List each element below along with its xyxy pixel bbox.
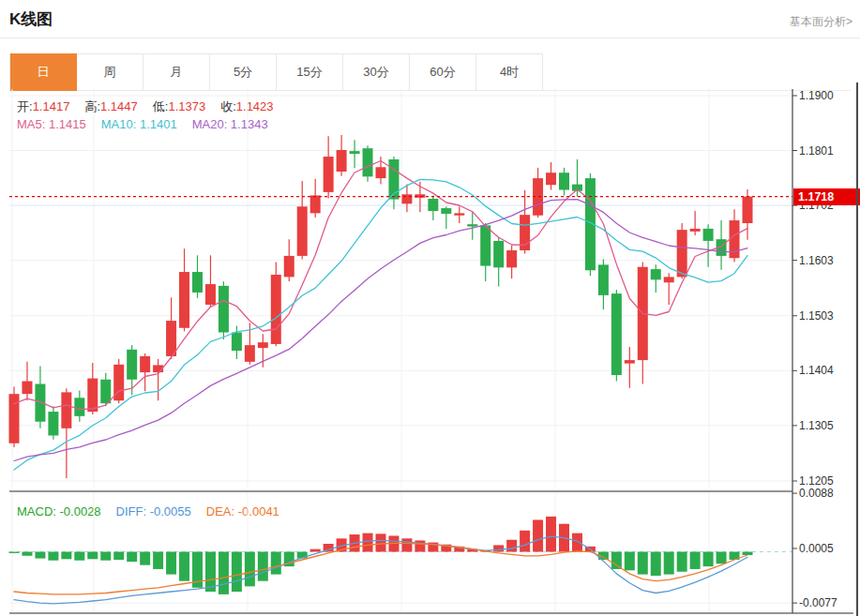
candle bbox=[74, 398, 84, 416]
macd-bar bbox=[219, 552, 229, 594]
price-tick-label: 1.1305 bbox=[799, 419, 834, 432]
candle bbox=[284, 256, 294, 277]
candle bbox=[703, 229, 714, 241]
macd-bar bbox=[638, 552, 648, 575]
price-tick-label: 1.1900 bbox=[799, 89, 834, 102]
candles-layer bbox=[9, 135, 753, 478]
macd-bar bbox=[258, 552, 268, 581]
candle bbox=[100, 380, 111, 403]
macd-bar bbox=[664, 552, 674, 575]
candle bbox=[467, 224, 477, 226]
macd-bar bbox=[703, 552, 714, 567]
candle bbox=[310, 195, 321, 213]
macd-bar bbox=[520, 531, 530, 552]
ma5-line bbox=[14, 161, 747, 410]
candle bbox=[9, 394, 20, 443]
candle bbox=[87, 379, 98, 412]
candle bbox=[205, 284, 216, 305]
macd-tick-label: 0.0005 bbox=[799, 542, 834, 555]
candle bbox=[297, 206, 308, 256]
candle bbox=[192, 272, 203, 293]
macd-bar bbox=[179, 552, 189, 581]
candle bbox=[441, 208, 451, 214]
current-price-badge: 1.1718 bbox=[793, 188, 860, 205]
candle bbox=[743, 197, 753, 223]
macd-bar bbox=[153, 552, 163, 569]
candle bbox=[730, 220, 740, 258]
macd-bar bbox=[245, 552, 255, 587]
macd-bar bbox=[651, 552, 661, 577]
macd-bar bbox=[533, 519, 543, 551]
candle bbox=[363, 148, 373, 176]
price-tick-label: 1.1801 bbox=[799, 144, 834, 158]
macd-bar bbox=[506, 540, 517, 552]
candle bbox=[546, 173, 556, 185]
macd-bar bbox=[140, 552, 150, 565]
price-tick-label: 1.1503 bbox=[799, 309, 834, 323]
candle bbox=[677, 230, 687, 277]
kline-page: K线图 基本面分析> 日周月5分15分30分60分4时 开:1.1417高:1.… bbox=[0, 0, 860, 616]
macd-bar bbox=[717, 552, 727, 564]
macd-bar bbox=[415, 540, 425, 551]
macd-bar bbox=[572, 533, 582, 552]
candle bbox=[376, 167, 386, 178]
candle bbox=[598, 264, 609, 295]
macd-tick-label: -0.0077 bbox=[799, 596, 837, 609]
macd-bar bbox=[493, 545, 504, 551]
candle bbox=[166, 321, 176, 356]
candle bbox=[127, 350, 137, 380]
candle bbox=[651, 269, 661, 279]
macd-bar bbox=[376, 533, 386, 551]
ma10-line bbox=[14, 179, 747, 470]
macd-bar bbox=[611, 552, 622, 569]
macd-bar bbox=[232, 552, 242, 593]
price-tick-label: 1.1603 bbox=[799, 254, 834, 267]
macd-bar bbox=[74, 552, 84, 561]
candle bbox=[271, 275, 281, 344]
macd-tick-label: 0.0088 bbox=[799, 487, 834, 500]
macd-bar bbox=[61, 552, 71, 560]
candle bbox=[690, 229, 701, 232]
candle bbox=[48, 412, 58, 435]
candle bbox=[245, 345, 255, 362]
candle bbox=[611, 293, 622, 375]
candle bbox=[232, 333, 242, 352]
candle bbox=[664, 277, 674, 282]
macd-bar bbox=[113, 552, 124, 561]
macd-bar bbox=[48, 552, 58, 561]
macd-bar bbox=[127, 552, 137, 563]
candle bbox=[625, 360, 635, 364]
candle bbox=[428, 199, 438, 211]
candle bbox=[350, 151, 360, 154]
candle bbox=[140, 356, 150, 372]
candle bbox=[454, 213, 464, 215]
macd-bar bbox=[625, 552, 635, 571]
candle bbox=[493, 241, 504, 267]
macd-bar bbox=[22, 552, 32, 556]
macd-bar bbox=[363, 533, 373, 552]
candle bbox=[179, 272, 189, 328]
ma20-line bbox=[14, 200, 747, 461]
macd-bar bbox=[271, 552, 281, 575]
price-tick-label: 1.1205 bbox=[799, 474, 834, 488]
candle bbox=[61, 392, 71, 428]
candle bbox=[337, 150, 347, 172]
candlestick-chart-canvas[interactable]: 1.19001.18011.17021.16031.15031.14041.13… bbox=[0, 0, 860, 616]
candle bbox=[480, 225, 490, 265]
candle bbox=[506, 250, 517, 267]
macd-bar bbox=[546, 517, 556, 552]
candle bbox=[401, 194, 412, 203]
candle bbox=[258, 342, 268, 348]
chart-right-edge-border bbox=[856, 83, 858, 616]
candle bbox=[559, 173, 569, 189]
macd-bar bbox=[9, 552, 20, 553]
macd-bar bbox=[690, 552, 701, 569]
macd-bar bbox=[677, 552, 687, 572]
macd-bar bbox=[401, 538, 412, 551]
macd-bar bbox=[310, 549, 321, 552]
candle bbox=[219, 286, 229, 333]
macd-layer bbox=[9, 517, 753, 604]
candle bbox=[22, 382, 32, 395]
candle bbox=[324, 157, 334, 192]
macd-bar bbox=[166, 552, 176, 575]
